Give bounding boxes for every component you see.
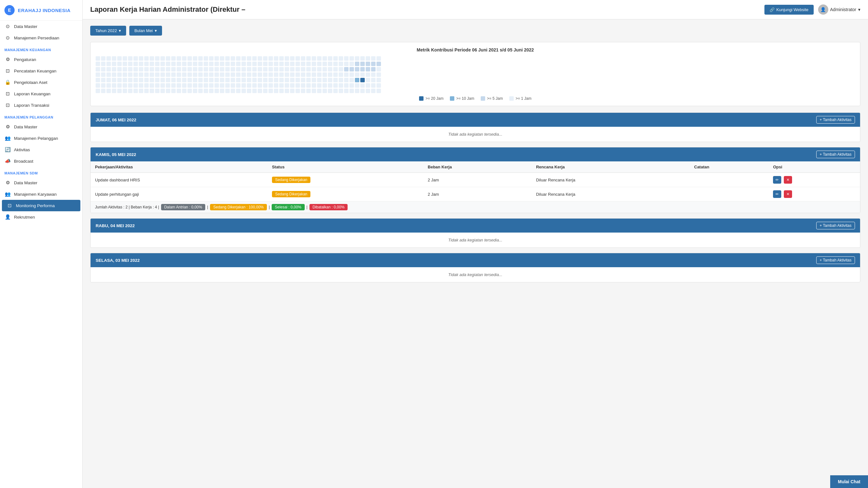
broadcast-icon: 📣 <box>4 158 11 164</box>
sidebar-item-manajemen-pelanggan[interactable]: 👥 Manajemen Pelanggan <box>0 132 82 144</box>
heatmap-cell <box>290 72 294 77</box>
edit-button-1[interactable]: ✏ <box>773 176 781 184</box>
heatmap-cell <box>279 72 284 77</box>
sidebar-item-label: Manajemen Karyawan <box>14 192 57 197</box>
heatmap-cell <box>290 67 294 71</box>
heatmap-cell <box>322 78 327 82</box>
sidebar-item-pencatatan-keuangan[interactable]: ⊡ Pencatatan Keuangan <box>0 65 82 77</box>
heatmap-cell <box>204 67 208 71</box>
heatmap-cell <box>376 56 381 61</box>
heatmap-cell <box>355 89 359 93</box>
sidebar-item-manajemen-karyawan[interactable]: 👥 Manajemen Karyawan <box>0 188 82 200</box>
heatmap-cell <box>117 83 122 88</box>
sidebar-item-label: Pengaturan <box>14 57 36 62</box>
sidebar-item-broadcast[interactable]: 📣 Broadcast <box>0 155 82 167</box>
heatmap-cell <box>139 83 143 88</box>
sidebar-item-pengaturan[interactable]: ⚙ Pengaturan <box>0 54 82 65</box>
heatmap-cell <box>155 56 159 61</box>
pipe-separator: | <box>269 205 270 209</box>
heatmap-cell <box>182 62 186 66</box>
tambah-aktivitas-kamis[interactable]: + Tambah Aktivitas <box>816 151 855 158</box>
heatmap-cell <box>328 78 332 82</box>
sidebar-item-data-master-sdm[interactable]: ⚙ Data Master <box>0 177 82 188</box>
sidebar-item-pengelolaan-aset[interactable]: 🔒 Pengelolaan Aset <box>0 77 82 88</box>
visit-website-button[interactable]: 🔗 Kunjungi Website <box>765 5 814 14</box>
heatmap-cell <box>349 78 354 82</box>
heatmap-cell <box>339 67 343 71</box>
heatmap-cell <box>263 62 268 66</box>
users-icon: 👥 <box>4 191 11 197</box>
admin-label: Administrator <box>830 7 856 12</box>
heatmap-cell <box>214 67 219 71</box>
delete-button-2[interactable]: ✕ <box>784 190 792 198</box>
heatmap-cell <box>187 78 192 82</box>
heatmap-cell <box>301 78 305 82</box>
delete-button-1[interactable]: ✕ <box>784 176 792 184</box>
heatmap-cell <box>263 72 268 77</box>
heatmap-cell <box>182 56 186 61</box>
heatmap-cell <box>225 62 230 66</box>
heatmap-cell <box>333 78 338 82</box>
heatmap-cell <box>171 83 176 88</box>
heatmap-cell <box>177 67 181 71</box>
heatmap-cell <box>150 89 154 93</box>
sidebar-item-data-master-top[interactable]: ⊙ Data Master <box>0 21 82 32</box>
sidebar-item-laporan-transaksi[interactable]: ⊡ Laporan Transaksi <box>0 99 82 111</box>
heatmap-cell <box>366 67 370 71</box>
heatmap-cell <box>376 62 381 66</box>
heatmap-cell <box>187 89 192 93</box>
heatmap-cell <box>263 67 268 71</box>
heatmap-cell <box>198 62 203 66</box>
book-icon: ⊡ <box>4 68 11 74</box>
legend-color-5 <box>481 96 485 101</box>
heatmap-cell <box>296 89 300 93</box>
sidebar-item-rekrutmen[interactable]: 👤 Rekrutmen <box>0 211 82 223</box>
sidebar-item-manajemen-persediaan[interactable]: ⊙ Manajemen Persediaan <box>0 32 82 43</box>
heatmap-cell <box>166 56 170 61</box>
year-filter-button[interactable]: Tahun 2022 ▾ <box>90 26 126 36</box>
heatmap-cell <box>236 89 241 93</box>
heatmap-cell <box>171 67 176 71</box>
heatmap-cell <box>139 89 143 93</box>
cell-rencana: Diluar Rencana Kerja <box>531 187 690 202</box>
heatmap-cell <box>139 78 143 82</box>
heatmap-cell <box>258 56 262 61</box>
heatmap-cell <box>96 72 100 77</box>
heatmap-cell <box>328 62 332 66</box>
heatmap-cell <box>209 67 214 71</box>
col-opsi: Opsi <box>769 161 860 173</box>
heatmap-cell <box>301 62 305 66</box>
sidebar-item-laporan-keuangan[interactable]: ⊡ Laporan Keuangan <box>0 88 82 99</box>
heatmap-cell <box>193 83 197 88</box>
heatmap-cell <box>333 83 338 88</box>
sidebar-item-label: Data Master <box>14 125 37 129</box>
summary-cell: Jumlah Aktivitas : 2 | Beban Kerja : 4 |… <box>91 202 860 213</box>
tambah-aktivitas-jumat[interactable]: + Tambah Aktivitas <box>816 116 855 124</box>
heatmap-cell <box>349 83 354 88</box>
grid-icon: ⊙ <box>4 35 11 41</box>
heatmap-cell <box>187 72 192 77</box>
day-section-kamis: KAMIS, 05 MEI 2022 + Tambah Aktivitas Pe… <box>90 147 860 213</box>
heatmap-cell <box>166 83 170 88</box>
heatmap-cell <box>285 72 289 77</box>
heatmap-cell <box>198 56 203 61</box>
heatmap-cell <box>317 83 321 88</box>
sidebar-item-aktivitas[interactable]: 🔄 Aktivitas <box>0 144 82 155</box>
month-filter-button[interactable]: Bulan Mei ▾ <box>129 26 162 36</box>
edit-button-2[interactable]: ✏ <box>773 190 781 198</box>
heatmap-cell <box>182 89 186 93</box>
heatmap-cell <box>290 83 294 88</box>
heatmap-cell <box>101 78 105 82</box>
tambah-aktivitas-rabu[interactable]: + Tambah Aktivitas <box>816 222 855 230</box>
mulai-chat-button[interactable]: Mulai Chat <box>830 475 868 488</box>
tambah-aktivitas-selasa[interactable]: + Tambah Aktivitas <box>816 256 855 264</box>
heatmap-cell <box>150 56 154 61</box>
heatmap-cell <box>322 83 327 88</box>
heatmap-cell <box>177 56 181 61</box>
heatmap-cell <box>106 89 111 93</box>
heatmap-cell <box>371 72 376 77</box>
admin-dropdown[interactable]: 👤 Administrator ▾ <box>818 4 860 14</box>
grid-icon: ⊙ <box>4 24 11 29</box>
sidebar-item-monitoring-performa[interactable]: ⊡ Monitoring Performa <box>2 200 81 211</box>
sidebar-item-data-master-pelanggan[interactable]: ⚙ Data Master <box>0 121 82 132</box>
